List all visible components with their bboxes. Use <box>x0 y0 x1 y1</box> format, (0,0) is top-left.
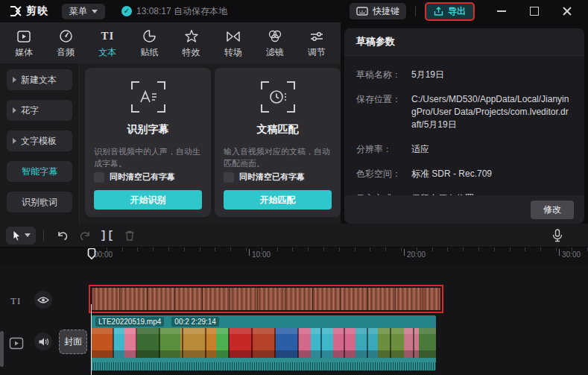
chevron-down-icon <box>92 10 98 13</box>
draft-row-resolution: 分辨率： 适应 <box>356 143 572 156</box>
sidebar-item-new-text[interactable]: 新建文本 <box>7 69 72 90</box>
record-voiceover-button[interactable] <box>546 227 569 245</box>
menu-button[interactable]: 菜单 <box>62 4 105 19</box>
autosave-text: 13:08:17 自动保存本地 <box>136 5 227 18</box>
toolbar-divider <box>43 230 44 241</box>
timeline-toolbar: ][ <box>0 224 588 248</box>
cursor-icon <box>11 230 22 242</box>
media-icon <box>16 29 31 44</box>
expand-arrow-icon <box>13 138 16 144</box>
ruler-label-0: 00:00 <box>94 250 113 259</box>
export-upload-icon <box>434 7 443 16</box>
clip-audio-waveform <box>91 358 436 371</box>
modify-button[interactable]: 修改 <box>531 201 574 219</box>
check-circle-icon: ✓ <box>121 6 132 16</box>
tracks-scrollbar[interactable] <box>0 331 4 367</box>
select-tool-button[interactable] <box>6 227 36 245</box>
sidebar-item-fancy-text[interactable]: 花字 <box>7 100 72 121</box>
split-button[interactable]: ][ <box>96 227 118 245</box>
draft-parameters-panel: 草稿参数 草稿名称： 5月19日 保存位置： C:/Users/MD530/Ap… <box>344 28 584 224</box>
title-bar: 剪映 菜单 ✓ 13:08:17 自动保存本地 快捷键 <box>0 0 588 22</box>
clip-filename: LTE20220519.mp4 <box>95 317 164 327</box>
card-description: 输入音视频对应的文稿，自动匹配画面。 <box>224 145 332 169</box>
card-description: 识别音视频中的人声，自动生成字幕。 <box>94 145 202 169</box>
script-match-icon <box>261 81 295 113</box>
sidebar-item-text-template[interactable]: 文字模板 <box>7 130 72 151</box>
ruler-label-20: 20:00 <box>407 250 426 259</box>
transition-icon <box>226 29 241 44</box>
tab-media[interactable]: 媒体 <box>5 28 42 59</box>
speaker-icon <box>38 337 49 347</box>
timeline-zone: ][ 00:00 10:00 20:00 30:00 <box>0 224 588 375</box>
expand-arrow-icon <box>13 107 16 113</box>
draft-panel-footer: 修改 <box>344 195 584 224</box>
subtitle-clips-strip[interactable] <box>92 288 440 310</box>
jianying-app-window: 剪映 菜单 ✓ 13:08:17 自动保存本地 快捷键 <box>0 0 588 375</box>
sidebar-item-recognize-lyrics[interactable]: 识别歌词 <box>7 192 72 212</box>
eye-icon <box>37 296 49 304</box>
tab-transition[interactable]: 转场 <box>215 28 252 59</box>
undo-button[interactable] <box>51 227 74 245</box>
app-logo: 剪映 <box>9 4 48 18</box>
asset-panel: 媒体 音频 TI 文本 贴纸 <box>0 22 341 224</box>
text-track-icon: TI <box>10 295 21 307</box>
sticker-icon <box>142 29 157 44</box>
video-clip-header: LTE20220519.mp4 00:2 2:29:14 <box>91 315 436 328</box>
clip-duration: 00:2 2:29:14 <box>171 317 219 327</box>
ruler-tick <box>559 249 560 256</box>
effects-icon <box>184 29 199 44</box>
tab-audio[interactable]: 音频 <box>47 28 84 59</box>
draft-row-name: 草稿名称： 5月19日 <box>356 69 572 81</box>
playhead-handle[interactable] <box>87 248 96 260</box>
trash-icon <box>124 230 136 242</box>
draft-panel-title: 草稿参数 <box>344 28 584 56</box>
maximize-icon <box>530 7 539 16</box>
checkbox-icon[interactable] <box>94 172 104 183</box>
tab-filter[interactable]: 滤镜 <box>256 28 294 59</box>
close-icon <box>563 7 572 16</box>
capcut-logo-icon <box>9 5 22 17</box>
tab-adjust[interactable]: 调节 <box>298 28 335 59</box>
clear-existing-subtitle-option[interactable]: 同时清空已有字幕 <box>224 171 305 183</box>
smart-subtitle-cards: 识别字幕 识别音视频中的人声，自动生成字幕。 同时清空已有字幕 开始识别 文稿匹… <box>79 63 341 224</box>
cover-button[interactable]: 封面 <box>59 330 87 354</box>
text-track-visibility-toggle[interactable] <box>34 291 52 309</box>
track-area: TI 封面 <box>0 264 588 375</box>
start-match-button[interactable]: 开始匹配 <box>224 190 332 209</box>
minimize-button[interactable] <box>485 0 518 22</box>
redo-icon <box>78 230 92 242</box>
tab-effects[interactable]: 特效 <box>173 28 210 59</box>
text-icon: TI <box>101 29 114 44</box>
microphone-icon <box>552 229 563 242</box>
split-icon: ][ <box>101 230 115 242</box>
playhead-line[interactable] <box>91 304 92 375</box>
redo-button[interactable] <box>74 227 96 245</box>
video-track-audio-toggle[interactable] <box>34 333 52 350</box>
video-clip[interactable]: LTE20220519.mp4 00:2 2:29:14 <box>91 315 436 371</box>
draft-row-color-space: 色彩空间： 标准 SDR - Rec.709 <box>356 168 572 180</box>
export-button[interactable]: 导出 <box>425 2 475 21</box>
tab-sticker[interactable]: 贴纸 <box>130 28 168 59</box>
app-title: 剪映 <box>26 4 48 18</box>
checkbox-icon[interactable] <box>224 172 234 183</box>
tab-text[interactable]: TI 文本 <box>89 28 126 59</box>
adjust-icon <box>309 29 324 44</box>
filter-icon <box>268 29 282 44</box>
shortcut-keys-button[interactable]: 快捷键 <box>350 3 406 19</box>
clear-existing-subtitle-option[interactable]: 同时清空已有字幕 <box>94 171 175 183</box>
sidebar-item-smart-subtitle[interactable]: 智能字幕 <box>7 161 72 182</box>
toolbar-divider <box>415 6 416 16</box>
expand-arrow-icon <box>13 77 16 83</box>
delete-button[interactable] <box>118 227 141 245</box>
audio-icon <box>59 29 73 44</box>
ruler-label-10: 10:00 <box>252 250 271 259</box>
recognize-subtitle-card: 识别字幕 识别音视频中的人声，自动生成字幕。 同时清空已有字幕 开始识别 <box>85 68 211 217</box>
close-button[interactable] <box>551 0 584 22</box>
start-recognize-button[interactable]: 开始识别 <box>94 190 202 209</box>
minimize-icon <box>497 10 506 12</box>
ruler-label-30: 30:00 <box>562 250 581 259</box>
card-title: 识别字幕 <box>127 123 169 136</box>
undo-icon <box>56 230 69 242</box>
maximize-button[interactable] <box>518 0 551 22</box>
ruler-tick <box>249 249 250 256</box>
